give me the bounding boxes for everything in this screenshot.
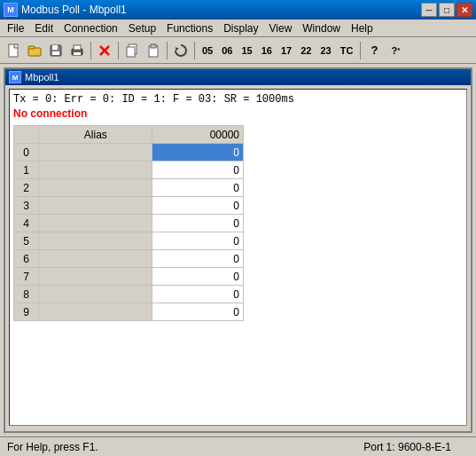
func-22-button[interactable]: 22 (297, 42, 315, 59)
table-row: 70 (14, 268, 244, 286)
func-tc-button[interactable]: TC (337, 42, 357, 59)
row-alias (39, 286, 152, 303)
row-value: 0 (152, 286, 244, 303)
svg-rect-8 (74, 52, 81, 55)
status-help: For Help, press F1. (7, 441, 346, 453)
row-alias (39, 144, 152, 161)
mdi-window: M Mbpoll1 Tx = 0: Err = 0: ID = 1: F = 0… (4, 67, 472, 433)
func-16-button[interactable]: 16 (258, 42, 276, 59)
row-value: 0 (152, 303, 244, 321)
mdi-title: Mbpoll1 (25, 72, 467, 83)
row-value: 0 (152, 179, 244, 197)
menu-functions[interactable]: Functions (161, 20, 218, 36)
func-23-button[interactable]: 23 (317, 42, 335, 59)
app-icon: M (4, 3, 18, 17)
header-alias: Alias (39, 126, 152, 144)
main-area: M Mbpoll1 Tx = 0: Err = 0: ID = 1: F = 0… (0, 64, 476, 436)
func-06-button[interactable]: 06 (218, 42, 236, 59)
no-connection: No connection (13, 107, 463, 120)
row-alias (39, 268, 152, 286)
window-controls: ─ □ ✕ (421, 3, 472, 17)
row-value: 0 (152, 161, 244, 179)
row-alias (39, 250, 152, 268)
toolbar: 05 06 15 16 17 22 23 TC ? ?* (0, 37, 476, 64)
mdi-icon: M (9, 71, 21, 83)
svg-rect-5 (52, 51, 59, 55)
table-header: Alias 00000 (14, 126, 244, 144)
row-alias (39, 215, 152, 232)
table-body: 00102030405060708090 (14, 144, 244, 321)
cycle-button[interactable] (171, 41, 191, 60)
row-index: 7 (14, 268, 39, 286)
new-button[interactable] (4, 41, 23, 60)
maximize-button[interactable]: □ (439, 3, 455, 17)
svg-rect-4 (52, 45, 58, 50)
table-row: 10 (14, 161, 244, 179)
copy-button[interactable] (122, 41, 142, 60)
open-button[interactable] (25, 41, 44, 60)
status-line: Tx = 0: Err = 0: ID = 1: F = 03: SR = 10… (13, 93, 463, 106)
svg-rect-0 (9, 44, 18, 57)
table-row: 90 (14, 303, 244, 321)
func-15-button[interactable]: 15 (238, 42, 256, 59)
separator-4 (194, 42, 195, 59)
help-button[interactable]: ? (364, 41, 384, 60)
row-value: 0 (152, 268, 244, 286)
svg-rect-7 (74, 45, 81, 50)
data-table: Alias 00000 00102030405060708090 (13, 125, 244, 321)
menu-window[interactable]: Window (297, 20, 346, 36)
row-alias (39, 303, 152, 321)
svg-marker-15 (176, 47, 179, 51)
row-value: 0 (152, 232, 244, 250)
row-alias (39, 232, 152, 250)
row-alias (39, 161, 152, 179)
table-row: 30 (14, 197, 244, 215)
delete-button[interactable] (95, 41, 114, 60)
table-row: 80 (14, 286, 244, 303)
menu-view[interactable]: View (264, 20, 298, 36)
svg-rect-12 (127, 47, 135, 57)
menu-edit[interactable]: Edit (29, 20, 59, 36)
mdi-title-bar: M Mbpoll1 (5, 69, 471, 85)
about-button[interactable]: ?* (386, 41, 405, 60)
row-index: 8 (14, 286, 39, 303)
row-value: 0 (152, 250, 244, 268)
menu-help[interactable]: Help (346, 20, 378, 36)
app-title: Modbus Poll - Mbpoll1 (21, 4, 127, 16)
close-button[interactable]: ✕ (456, 3, 472, 17)
row-value: 0 (152, 144, 244, 161)
row-value: 0 (152, 197, 244, 215)
paste-button[interactable] (144, 41, 163, 60)
menu-display[interactable]: Display (218, 20, 263, 36)
row-alias (39, 197, 152, 215)
func-05-button[interactable]: 05 (199, 42, 216, 59)
separator-1 (90, 42, 91, 59)
row-index: 4 (14, 215, 39, 232)
menu-file[interactable]: File (2, 20, 29, 36)
title-bar: M Modbus Poll - Mbpoll1 ─ □ ✕ (0, 0, 476, 20)
save-button[interactable] (46, 41, 66, 60)
svg-rect-2 (28, 46, 35, 49)
header-value: 00000 (152, 126, 244, 144)
svg-rect-14 (151, 44, 156, 48)
content-area: Tx = 0: Err = 0: ID = 1: F = 03: SR = 10… (9, 89, 467, 426)
table-row: 00 (14, 144, 244, 161)
print-button[interactable] (67, 41, 87, 60)
menu-connection[interactable]: Connection (59, 20, 123, 36)
row-alias (39, 179, 152, 197)
separator-5 (360, 42, 361, 59)
minimize-button[interactable]: ─ (421, 3, 437, 17)
menu-setup[interactable]: Setup (123, 20, 161, 36)
status-bar: For Help, press F1. Port 1: 9600-8-E-1 (0, 436, 476, 456)
row-index: 1 (14, 161, 39, 179)
header-index (14, 126, 39, 144)
row-index: 0 (14, 144, 39, 161)
row-index: 3 (14, 197, 39, 215)
func-17-button[interactable]: 17 (277, 42, 295, 59)
table-row: 50 (14, 232, 244, 250)
row-index: 6 (14, 250, 39, 268)
row-index: 9 (14, 303, 39, 321)
row-index: 2 (14, 179, 39, 197)
table-row: 60 (14, 250, 244, 268)
table-row: 20 (14, 179, 244, 197)
